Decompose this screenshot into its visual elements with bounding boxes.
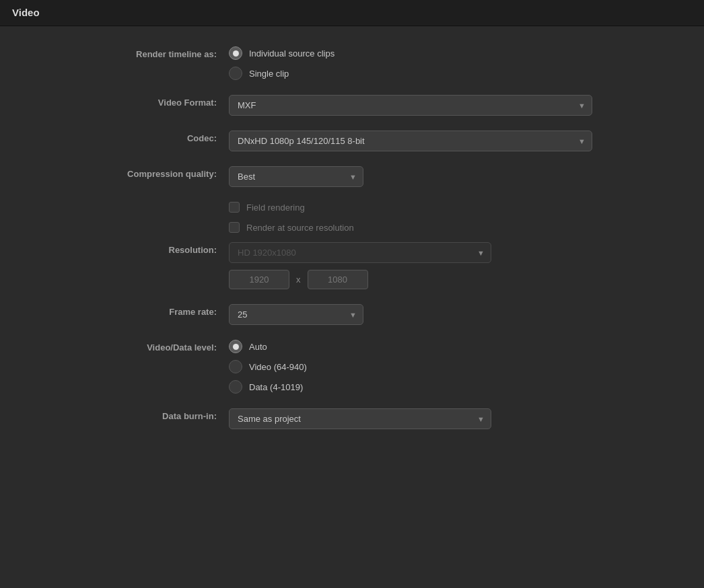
render-source-resolution-label: Render at source resolution	[246, 223, 354, 233]
render-single-option[interactable]: Single clip	[229, 67, 691, 80]
video-format-control: MXF ▼	[229, 95, 691, 116]
video-data-level-label: Video/Data level:	[13, 340, 229, 353]
resolution-width-input[interactable]	[229, 270, 289, 289]
render-timeline-options: Individual source clips Single clip	[229, 46, 691, 80]
checkboxes-row: Field rendering Render at source resolut…	[13, 202, 691, 242]
data-burn-in-control: Same as project ▼	[229, 408, 691, 429]
resolution-select[interactable]: HD 1920x1080	[229, 242, 491, 263]
render-individual-label: Individual source clips	[249, 48, 335, 59]
codec-row: Codec: DNxHD 1080p 145/120/115 8-bit ▼	[13, 131, 691, 151]
video-data-data-radio[interactable]	[229, 380, 242, 394]
title-bar: Video	[0, 0, 704, 26]
video-data-level-options: Auto Video (64-940) Data (4-1019)	[229, 340, 691, 394]
data-burn-in-row: Data burn-in: Same as project ▼	[13, 408, 691, 429]
codec-control: DNxHD 1080p 145/120/115 8-bit ▼	[229, 131, 691, 151]
video-data-data-label: Data (4-1019)	[249, 382, 303, 392]
resolution-separator: x	[296, 274, 301, 285]
frame-rate-label: Frame rate:	[13, 304, 229, 317]
compression-quality-select[interactable]: Best	[229, 166, 363, 187]
frame-rate-row: Frame rate: 25 ▼	[13, 304, 691, 325]
resolution-wrapper: HD 1920x1080 ▼	[229, 242, 491, 263]
video-data-data-option[interactable]: Data (4-1019)	[229, 380, 691, 394]
resolution-control: HD 1920x1080 ▼ x	[229, 242, 691, 289]
resolution-label: Resolution:	[13, 242, 229, 255]
video-data-video-label: Video (64-940)	[249, 362, 307, 372]
video-data-level-row: Video/Data level: Auto Video (64-940) Da…	[13, 340, 691, 394]
video-format-label: Video Format:	[13, 95, 229, 108]
field-rendering-checkbox[interactable]	[229, 202, 240, 213]
compression-quality-row: Compression quality: Best ▼	[13, 166, 691, 187]
render-timeline-label: Render timeline as:	[13, 46, 229, 59]
render-individual-option[interactable]: Individual source clips	[229, 46, 691, 60]
frame-rate-select[interactable]: 25	[229, 304, 363, 325]
checkboxes-control: Field rendering Render at source resolut…	[229, 202, 691, 242]
render-single-radio[interactable]	[229, 67, 242, 80]
video-format-select[interactable]: MXF	[229, 95, 592, 116]
render-single-label: Single clip	[249, 69, 289, 79]
compression-quality-wrapper: Best ▼	[229, 166, 363, 187]
field-rendering-label: Field rendering	[246, 203, 305, 213]
video-data-auto-radio[interactable]	[229, 340, 242, 353]
checkboxes-spacer	[13, 202, 229, 205]
video-format-row: Video Format: MXF ▼	[13, 95, 691, 116]
codec-wrapper: DNxHD 1080p 145/120/115 8-bit ▼	[229, 131, 592, 151]
video-data-video-option[interactable]: Video (64-940)	[229, 360, 691, 373]
resolution-inputs: x	[229, 270, 691, 289]
resolution-row: Resolution: HD 1920x1080 ▼ x	[13, 242, 691, 289]
video-format-wrapper: MXF ▼	[229, 95, 592, 116]
video-data-auto-label: Auto	[249, 342, 267, 352]
codec-label: Codec:	[13, 131, 229, 143]
data-burn-in-label: Data burn-in:	[13, 408, 229, 421]
compression-quality-control: Best ▼	[229, 166, 691, 187]
render-timeline-row: Render timeline as: Individual source cl…	[13, 46, 691, 80]
resolution-height-input[interactable]	[308, 270, 368, 289]
render-source-resolution-row: Render at source resolution	[229, 222, 691, 233]
render-source-resolution-checkbox[interactable]	[229, 222, 240, 233]
codec-select[interactable]: DNxHD 1080p 145/120/115 8-bit	[229, 131, 592, 151]
frame-rate-control: 25 ▼	[229, 304, 691, 325]
video-data-video-radio[interactable]	[229, 360, 242, 373]
form-content: Render timeline as: Individual source cl…	[0, 26, 704, 464]
render-individual-radio[interactable]	[229, 46, 242, 60]
field-rendering-row: Field rendering	[229, 202, 691, 213]
data-burn-in-select[interactable]: Same as project	[229, 408, 491, 429]
data-burn-in-wrapper: Same as project ▼	[229, 408, 491, 429]
compression-quality-label: Compression quality:	[13, 166, 229, 179]
video-data-auto-option[interactable]: Auto	[229, 340, 691, 353]
page-title: Video	[12, 7, 40, 18]
frame-rate-wrapper: 25 ▼	[229, 304, 363, 325]
